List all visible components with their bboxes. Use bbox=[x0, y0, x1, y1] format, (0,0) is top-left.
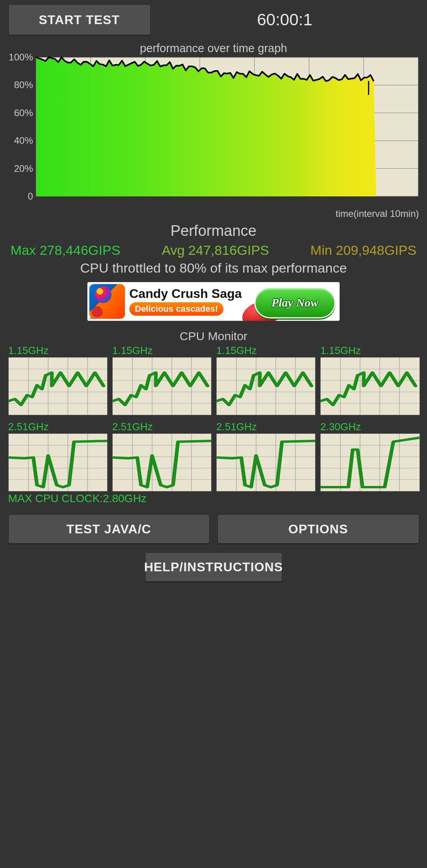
cpu-core-plot bbox=[112, 433, 212, 491]
throttle-message: CPU throttled to 80% of its max performa… bbox=[8, 260, 419, 276]
cpu-core-2: 1.15GHz bbox=[216, 345, 315, 415]
ad-app-icon bbox=[89, 284, 125, 319]
chart-y-tick: 80% bbox=[14, 79, 33, 90]
cpu-core-freq-label: 2.51GHz bbox=[112, 421, 211, 433]
cpu-core-plot bbox=[320, 357, 419, 415]
cpu-core-plot bbox=[8, 433, 108, 491]
stat-avg: Avg 247,816GIPS bbox=[162, 243, 269, 258]
options-button[interactable]: OPTIONS bbox=[217, 514, 419, 544]
cpu-monitor-title: CPU Monitor bbox=[8, 330, 419, 343]
cpu-core-1: 1.15GHz bbox=[112, 345, 211, 415]
ad-subtitle: Delicious cascades! bbox=[129, 302, 223, 316]
chart-x-axis-label: time(interval 10min) bbox=[336, 208, 419, 219]
chart-y-tick: 40% bbox=[14, 135, 33, 146]
performance-heading: Performance bbox=[8, 222, 419, 239]
cpu-core-freq-label: 1.15GHz bbox=[216, 345, 315, 357]
cpu-core-freq-label: 1.15GHz bbox=[112, 345, 211, 357]
cpu-monitor-grid: 1.15GHz1.15GHz1.15GHz1.15GHz2.51GHz2.51G… bbox=[8, 345, 419, 491]
cpu-core-plot bbox=[216, 433, 316, 491]
performance-chart: 020%40%60%80%100% time(interval 10min) bbox=[8, 56, 419, 207]
ad-play-label: Play Now bbox=[271, 296, 318, 309]
start-test-button[interactable]: START TEST bbox=[8, 4, 151, 35]
performance-chart-title: performance over time graph bbox=[8, 42, 419, 55]
chart-y-tick: 20% bbox=[14, 163, 33, 174]
cpu-core-freq-label: 1.15GHz bbox=[8, 345, 107, 357]
ad-banner[interactable]: Candy Crush Saga Delicious cascades! Pla… bbox=[87, 282, 340, 321]
cpu-core-plot bbox=[112, 357, 212, 415]
cpu-core-freq-label: 1.15GHz bbox=[320, 345, 419, 357]
cpu-core-freq-label: 2.51GHz bbox=[216, 421, 315, 433]
cpu-core-plot bbox=[216, 357, 316, 415]
test-java-c-button[interactable]: TEST JAVA/C bbox=[8, 514, 210, 544]
timer-display: 60:00:1 bbox=[151, 10, 419, 29]
ad-play-button[interactable]: Play Now bbox=[254, 287, 336, 318]
cpu-core-6: 2.51GHz bbox=[216, 421, 315, 491]
cpu-core-freq-label: 2.51GHz bbox=[8, 421, 107, 433]
cpu-core-plot bbox=[8, 357, 108, 415]
chart-y-tick: 0 bbox=[28, 191, 33, 202]
max-cpu-clock: MAX CPU CLOCK:2.80GHz bbox=[8, 492, 419, 505]
cpu-core-4: 2.51GHz bbox=[8, 421, 107, 491]
ad-title: Candy Crush Saga bbox=[129, 287, 242, 300]
cpu-core-0: 1.15GHz bbox=[8, 345, 107, 415]
cpu-core-7: 2.30GHz bbox=[320, 421, 419, 491]
chart-y-tick: 100% bbox=[9, 52, 33, 63]
cpu-core-3: 1.15GHz bbox=[320, 345, 419, 415]
chart-y-tick: 60% bbox=[14, 107, 33, 119]
cpu-core-plot bbox=[320, 433, 419, 491]
cpu-core-5: 2.51GHz bbox=[112, 421, 211, 491]
help-instructions-button[interactable]: HELP/INSTRUCTIONS bbox=[145, 552, 282, 582]
stat-min: Min 209,948GIPS bbox=[310, 243, 416, 258]
stat-max: Max 278,446GIPS bbox=[11, 243, 121, 258]
cpu-core-freq-label: 2.30GHz bbox=[320, 421, 419, 433]
performance-stats: Max 278,446GIPS Avg 247,816GIPS Min 209,… bbox=[11, 243, 417, 258]
